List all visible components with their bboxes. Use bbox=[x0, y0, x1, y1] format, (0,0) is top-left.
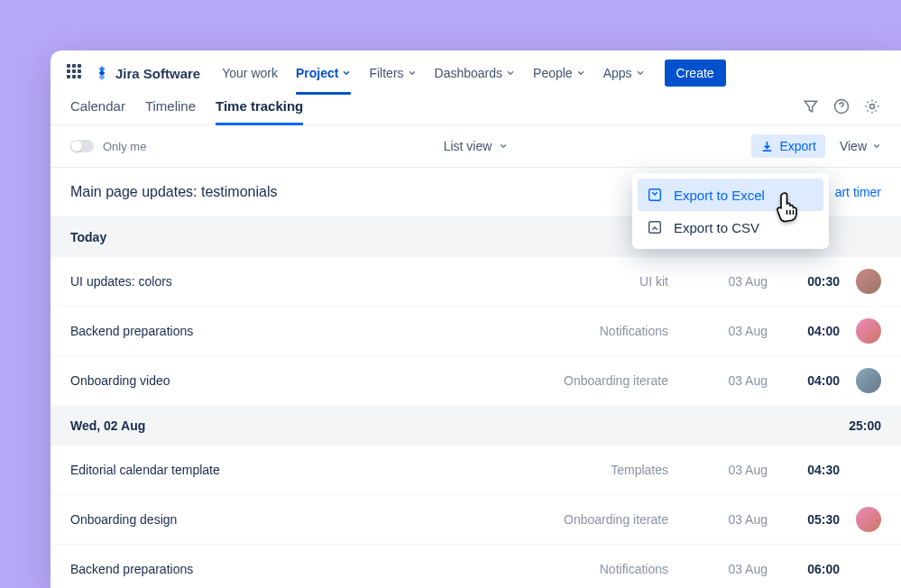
export-csv-item[interactable]: Export to CSV bbox=[638, 211, 823, 243]
chevron-down-icon bbox=[506, 69, 515, 78]
filter-icon[interactable] bbox=[802, 97, 820, 115]
brand-text: Jira Software bbox=[115, 66, 200, 81]
task-title: Backend preparations bbox=[70, 562, 533, 576]
chevron-down-icon bbox=[499, 142, 508, 151]
task-date: 03 Aug bbox=[668, 274, 768, 289]
download-icon bbox=[760, 140, 774, 153]
task-date: 03 Aug bbox=[668, 324, 768, 338]
nav-filters[interactable]: Filters bbox=[362, 60, 423, 86]
task-duration: 04:30 bbox=[768, 463, 840, 477]
section-header: Wed, 02 Aug25:00 bbox=[51, 406, 901, 446]
task-title: Onboarding video bbox=[70, 373, 533, 388]
csv-icon bbox=[647, 219, 663, 235]
nav-dashboards[interactable]: Dashboards bbox=[428, 60, 523, 86]
avatar[interactable] bbox=[856, 368, 881, 393]
chevron-down-icon bbox=[636, 69, 645, 78]
chevron-down-icon bbox=[342, 69, 351, 78]
task-category: Onboarding iterate bbox=[533, 512, 668, 527]
task-category: Notifications bbox=[533, 324, 668, 338]
section-label: Today bbox=[70, 230, 106, 244]
task-duration: 05:30 bbox=[768, 512, 840, 527]
task-date: 03 Aug bbox=[668, 463, 768, 477]
task-category: Templates bbox=[533, 463, 668, 477]
chevron-down-icon bbox=[408, 69, 417, 78]
export-button[interactable]: Export bbox=[751, 134, 824, 158]
task-category: Notifications bbox=[533, 562, 668, 576]
brand[interactable]: Jira Software bbox=[94, 65, 200, 81]
task-duration: 06:00 bbox=[768, 562, 840, 576]
task-row[interactable]: UI updates: colorsUI kit03 Aug00:30 bbox=[51, 257, 901, 307]
task-duration: 00:30 bbox=[768, 274, 840, 289]
svg-point-1 bbox=[870, 105, 875, 109]
task-row[interactable]: Onboarding videoOnboarding iterate03 Aug… bbox=[51, 356, 901, 406]
featured-title: Main page updates: testimonials bbox=[70, 184, 277, 200]
avatar[interactable] bbox=[856, 507, 881, 532]
avatar[interactable] bbox=[856, 318, 881, 344]
chevron-down-icon bbox=[576, 69, 585, 78]
task-title: Editorial calendar template bbox=[70, 463, 533, 477]
export-dropdown: Export to Excel Export to CSV bbox=[632, 173, 829, 249]
task-row[interactable]: Editorial calendar templateTemplates03 A… bbox=[51, 446, 901, 495]
task-date: 03 Aug bbox=[668, 373, 768, 388]
start-timer-button[interactable]: art timer bbox=[835, 185, 881, 199]
task-title: UI updates: colors bbox=[70, 274, 533, 289]
excel-icon bbox=[647, 187, 663, 203]
task-category: Onboarding iterate bbox=[533, 373, 668, 388]
help-icon[interactable] bbox=[832, 97, 850, 115]
task-duration: 04:00 bbox=[768, 373, 840, 388]
task-date: 03 Aug bbox=[668, 512, 768, 527]
section-total: 25:00 bbox=[849, 418, 881, 433]
only-me-label: Only me bbox=[103, 140, 146, 153]
task-date: 03 Aug bbox=[668, 562, 768, 576]
avatar[interactable] bbox=[856, 269, 881, 294]
nav-your-work[interactable]: Your work bbox=[215, 60, 285, 86]
only-me-toggle[interactable] bbox=[70, 140, 94, 152]
jira-logo-icon bbox=[94, 65, 110, 81]
nav-people[interactable]: People bbox=[526, 60, 593, 86]
tab-timeline[interactable]: Timeline bbox=[145, 98, 196, 124]
tab-calendar[interactable]: Calendar bbox=[70, 98, 125, 124]
nav-apps[interactable]: Apps bbox=[596, 60, 652, 86]
task-title: Onboarding design bbox=[70, 512, 533, 527]
tab-time-tracking[interactable]: Time tracking bbox=[216, 98, 303, 124]
export-excel-item[interactable]: Export to Excel bbox=[638, 179, 823, 211]
task-row[interactable]: Onboarding designOnboarding iterate03 Au… bbox=[51, 495, 901, 545]
nav-project[interactable]: Project bbox=[289, 60, 358, 86]
create-button[interactable]: Create bbox=[665, 60, 726, 87]
app-switcher-icon[interactable] bbox=[67, 64, 85, 82]
gear-icon[interactable] bbox=[863, 97, 881, 115]
task-category: UI kit bbox=[533, 274, 668, 289]
view-mode-select[interactable]: List view bbox=[444, 139, 509, 153]
section-label: Wed, 02 Aug bbox=[70, 418, 145, 433]
task-duration: 04:00 bbox=[768, 324, 840, 338]
task-row[interactable]: Backend preparationsNotifications03 Aug0… bbox=[51, 307, 901, 356]
chevron-down-icon bbox=[872, 142, 881, 151]
view-select[interactable]: View bbox=[840, 139, 881, 153]
task-title: Backend preparations bbox=[70, 324, 533, 338]
task-row[interactable]: Backend preparationsNotifications03 Aug0… bbox=[51, 545, 901, 588]
